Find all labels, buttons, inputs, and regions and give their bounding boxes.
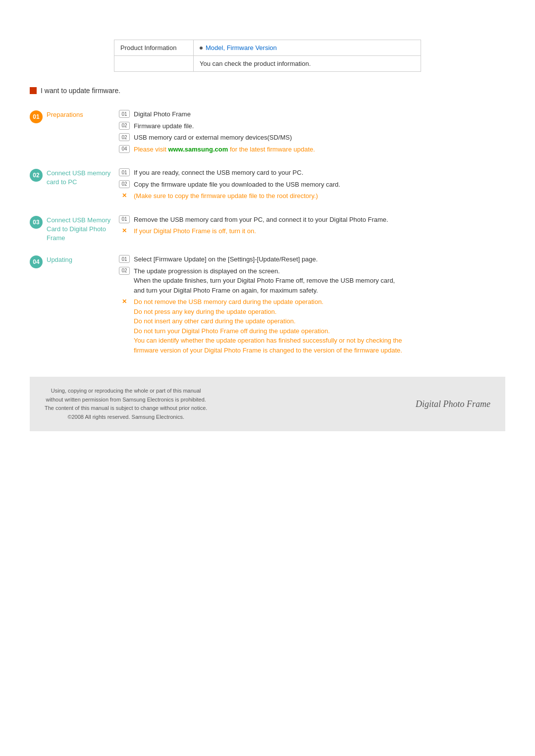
step-1-content: 01 Digital Photo Frame 02 Firmware updat…: [119, 109, 505, 156]
step-3-content: 01 Remove the USB memory card from your …: [119, 215, 505, 238]
step-3-circle: 03: [30, 216, 43, 229]
step-1-row: 01 Preparations 01 Digital Photo Frame 0…: [30, 109, 505, 156]
step-4-text-1: Select [Firmware Update] on the [Setting…: [134, 254, 318, 264]
step-x-badge-3: ✕: [119, 227, 130, 235]
step-1-text-2: Firmware update file.: [134, 121, 194, 131]
samsung-link[interactable]: www.samsung.com: [168, 146, 228, 153]
step-4-row: 04 Updating 01 Select [Firmware Update] …: [30, 254, 505, 357]
step-4-circle: 04: [30, 255, 43, 268]
step-1-label-col: 01 Preparations: [30, 109, 119, 123]
product-info-content: Model, Firmware Version: [194, 40, 421, 55]
step-1-text-3: USB memory card or external memory devic…: [134, 133, 292, 143]
step-1-item-2: 02 Firmware update file.: [119, 121, 505, 131]
step-4-item-x: ✕ Do not remove the USB memory card duri…: [119, 297, 505, 355]
step-2-item-x: ✕ (Make sure to copy the firmware update…: [119, 191, 505, 201]
step-badge-01: 01: [119, 110, 130, 118]
model-firmware-link[interactable]: Model, Firmware Version: [206, 44, 277, 51]
section-title-row: I want to update firmware.: [30, 87, 505, 95]
bullet-icon: [200, 47, 203, 50]
product-info-description: You can check the product information.: [194, 56, 421, 71]
step-badge-2-01: 01: [119, 168, 130, 176]
step-2-item-1: 01 If you are ready, connect the USB mem…: [119, 168, 505, 178]
step-2-row: 02 Connect USB memory card to PC 01 If y…: [30, 168, 505, 203]
product-info-table: Product Information Model, Firmware Vers…: [114, 40, 421, 72]
step-4-label: Updating: [47, 255, 72, 264]
step-badge-02a: 02: [119, 122, 130, 130]
step-x-badge-4: ✕: [119, 298, 130, 305]
step-3-item-1: 01 Remove the USB memory card from your …: [119, 215, 505, 225]
step-2-label: Connect USB memory card to PC: [47, 169, 119, 187]
product-info-empty-label: [114, 56, 194, 71]
step-badge-04: 04: [119, 145, 130, 153]
step-4-text-x: Do not remove the USB memory card during…: [134, 297, 402, 355]
step-2-content: 01 If you are ready, connect the USB mem…: [119, 168, 505, 203]
step-3-row: 03 Connect USB Memory Card to Digital Ph…: [30, 215, 505, 243]
step-4-content: 01 Select [Firmware Update] on the [Sett…: [119, 254, 505, 357]
step-2-text-1: If you are ready, connect the USB memory…: [134, 168, 303, 178]
step-4-item-1: 01 Select [Firmware Update] on the [Sett…: [119, 254, 505, 264]
step-3-label: Connect USB Memory Card to Digital Photo…: [47, 216, 119, 243]
step-badge-4-01: 01: [119, 255, 130, 263]
step-1-item-3: 02 USB memory card or external memory de…: [119, 133, 505, 143]
step-1-item-4: 04 Please visit www.samsung.com for the …: [119, 145, 505, 154]
step-2-text-x: (Make sure to copy the firmware update f…: [134, 191, 318, 201]
step-1-text-1: Digital Photo Frame: [134, 109, 191, 119]
step-1-label: Preparations: [47, 110, 83, 119]
footer-left-text: Using, copying or reproducing the whole …: [45, 387, 207, 421]
step-2-label-col: 02 Connect USB memory card to PC: [30, 168, 119, 187]
step-3-text-1: Remove the USB memory card from your PC,…: [134, 215, 388, 225]
step-badge-4-02: 02: [119, 267, 130, 275]
steps-container: 01 Preparations 01 Digital Photo Frame 0…: [30, 109, 505, 357]
step-badge-02b: 02: [119, 133, 130, 141]
step-4-item-2: 02 The update progression is displayed o…: [119, 266, 505, 296]
section-title-text: I want to update firmware.: [41, 87, 120, 95]
step-4-label-col: 04 Updating: [30, 254, 119, 268]
step-4-text-2: The update progression is displayed on t…: [134, 266, 395, 296]
step-badge-2-02: 02: [119, 180, 130, 188]
step-x-badge-2: ✕: [119, 192, 130, 200]
footer: Using, copying or reproducing the whole …: [30, 377, 505, 431]
step-3-label-col: 03 Connect USB Memory Card to Digital Ph…: [30, 215, 119, 243]
step-1-circle: 01: [30, 110, 43, 123]
step-2-item-2: 02 Copy the firmware update file you dow…: [119, 180, 505, 190]
step-badge-3-01: 01: [119, 215, 130, 223]
step-1-text-4: Please visit www.samsung.com for the lat…: [134, 145, 315, 154]
step-3-item-x: ✕ If your Digital Photo Frame is off, tu…: [119, 226, 505, 236]
step-3-text-x: If your Digital Photo Frame is off, turn…: [134, 226, 256, 236]
step-1-item-1: 01 Digital Photo Frame: [119, 109, 505, 119]
step-2-circle: 02: [30, 169, 43, 182]
section-title-icon: [30, 87, 37, 94]
footer-right-text: Digital Photo Frame: [416, 399, 490, 409]
step-2-text-2: Copy the firmware update file you downlo…: [134, 180, 340, 190]
product-info-label: Product Information: [114, 40, 194, 55]
